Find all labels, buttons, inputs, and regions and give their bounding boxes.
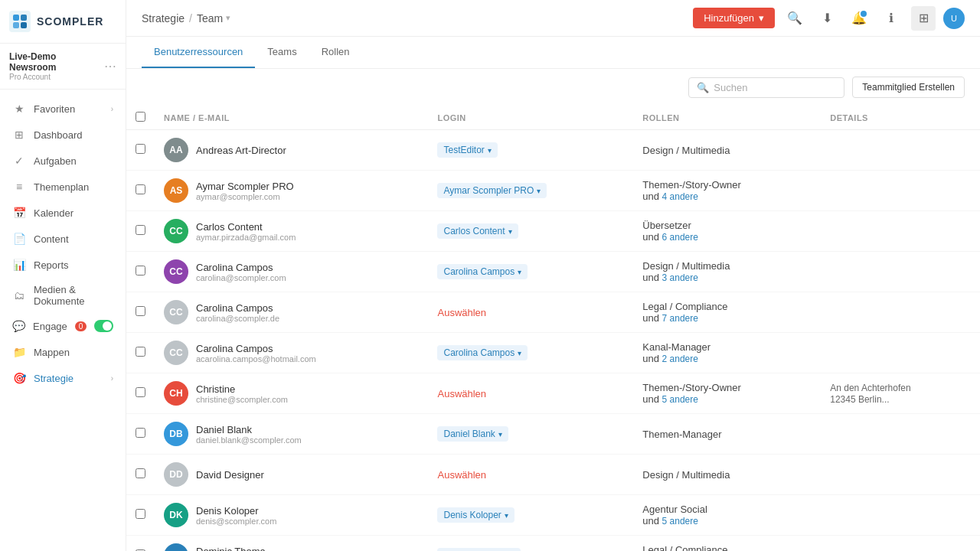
breadcrumb-parent[interactable]: Strategie: [142, 12, 185, 24]
role-extra-link-2[interactable]: 6 andere: [662, 232, 698, 243]
nav-label-aufgaben: Aufgaben: [34, 155, 113, 167]
login-dropdown-arrow: ▾: [518, 268, 521, 276]
row-checkbox-0[interactable]: [136, 144, 145, 154]
role-extra-link-1[interactable]: 4 andere: [662, 191, 698, 202]
table-row: CC Carolina Campos acarolina.campos@hotm…: [126, 333, 980, 373]
nav-icon-engage: 💬: [12, 319, 25, 333]
role-extra-prefix-9: und: [642, 515, 662, 527]
user-name-cell: CC Carolina Campos carolina@scompler.de: [164, 300, 419, 324]
tab-rollen[interactable]: Rollen: [309, 37, 362, 68]
sidebar-item-favoriten[interactable]: ★ Favoriten›: [0, 96, 126, 122]
sidebar-item-content[interactable]: 📄 Content: [0, 226, 126, 252]
sidebar-item-mappen[interactable]: 📁 Mappen: [0, 339, 126, 365]
role-extra-prefix-5: und: [642, 353, 662, 364]
role-primary-7: Themen-Manager: [642, 429, 812, 440]
user-email-3: carolina@scompler.com: [196, 273, 286, 282]
role-primary-5: Kanal-Manager: [642, 341, 812, 353]
user-name-cell: DT Dominic Thoma dominic@scompler.com: [164, 543, 419, 551]
row-checkbox-8[interactable]: [136, 468, 145, 478]
select-login-4[interactable]: Auswählen: [437, 307, 486, 318]
user-name-5: Carolina Campos: [196, 343, 316, 354]
download-icon-button[interactable]: ⬇: [815, 6, 839, 31]
login-badge-0[interactable]: TestEditor ▾: [437, 142, 497, 158]
row-checkbox-2[interactable]: [136, 225, 145, 235]
select-all-checkbox[interactable]: [136, 112, 145, 122]
search-box: 🔍: [688, 77, 844, 98]
tab-benutzerressourcen[interactable]: Benutzerressourcen: [142, 37, 255, 68]
search-input[interactable]: [714, 82, 836, 93]
login-badge-10[interactable]: Dominic Thoma ▾: [437, 548, 521, 551]
search-icon-button[interactable]: 🔍: [782, 6, 807, 31]
nav-icon-reports: 📊: [12, 258, 26, 272]
row-checkbox-5[interactable]: [136, 347, 145, 357]
sidebar-item-strategie[interactable]: 🎯 Strategie›: [0, 365, 126, 391]
sidebar-item-engage[interactable]: 💬 Engage0: [0, 313, 126, 339]
breadcrumb-separator: /: [189, 12, 192, 24]
user-avatar[interactable]: U: [943, 8, 965, 29]
header-checkbox-cell: [126, 106, 155, 130]
nav-icon-aufgaben: ✓: [12, 154, 26, 168]
login-badge-3[interactable]: Carolina Campos ▾: [437, 264, 528, 279]
sidebar-item-medien-dokumente[interactable]: 🗂 Medien & Dokumente: [0, 278, 126, 313]
nav-label-reports: Reports: [34, 259, 113, 271]
sidebar-logo: SCOMPLER: [0, 0, 126, 44]
role-primary-8: Design / Multimedia: [642, 469, 812, 481]
sidebar-nav: ★ Favoriten›⊞ Dashboard✓ Aufgaben≡ Theme…: [0, 90, 126, 551]
sidebar-item-aufgaben[interactable]: ✓ Aufgaben: [0, 148, 126, 174]
details-text-6: An den Achterhofen12345 Berlin...: [830, 383, 910, 405]
login-dropdown-arrow: ▾: [488, 146, 492, 155]
login-badge-7[interactable]: Daniel Blank ▾: [437, 426, 508, 442]
sidebar-item-themenplan[interactable]: ≡ Themenplan: [0, 174, 126, 200]
header-actions: Hinzufügen ▾ 🔍 ⬇ 🔔 ℹ ⊞ U: [693, 6, 965, 31]
nav-icon-themenplan: ≡: [12, 180, 26, 194]
sidebar-item-kalender[interactable]: 📅 Kalender: [0, 200, 126, 226]
nav-chevron-favoriten: ›: [111, 105, 113, 113]
notification-bell[interactable]: 🔔: [847, 6, 871, 31]
user-avatar-8: DD: [164, 462, 188, 487]
table-row: DK Denis Koloper denis@scompler.com Deni…: [126, 495, 980, 536]
user-avatar-2: CC: [164, 219, 188, 243]
login-badge-1[interactable]: Aymar Scompler PRO ▾: [437, 183, 547, 198]
select-login-6[interactable]: Auswählen: [437, 388, 486, 399]
user-table-wrap: NAME / E-MAIL LOGIN ROLLEN DETAILS AA An…: [126, 106, 980, 551]
role-extra-link-4[interactable]: 7 andere: [662, 313, 698, 324]
add-button[interactable]: Hinzufügen ▾: [693, 8, 775, 28]
row-checkbox-3[interactable]: [136, 266, 145, 276]
role-extra-link-5[interactable]: 2 andere: [662, 354, 698, 364]
info-icon-button[interactable]: ℹ: [879, 6, 903, 31]
role-extra-prefix-2: und: [642, 231, 662, 243]
account-menu-button[interactable]: ⋯: [104, 59, 116, 73]
user-email-6: christine@scompler.com: [196, 395, 288, 404]
nav-toggle-engage[interactable]: [94, 320, 113, 332]
login-badge-5[interactable]: Carolina Campos ▾: [437, 345, 528, 360]
role-primary-3: Design / Multimedia: [642, 260, 812, 272]
breadcrumb-current[interactable]: Team ▾: [197, 12, 230, 24]
breadcrumb-chevron: ▾: [226, 13, 230, 23]
create-member-button[interactable]: Teammitglied Erstellen: [852, 77, 965, 98]
user-table: NAME / E-MAIL LOGIN ROLLEN DETAILS AA An…: [126, 106, 980, 551]
table-row: CC Carolina Campos carolina@scompler.de …: [126, 292, 980, 333]
role-extra-link-6[interactable]: 5 andere: [662, 394, 698, 405]
page-header: Strategie / Team ▾ Hinzufügen ▾ 🔍 ⬇ 🔔 ℹ …: [126, 0, 980, 37]
main-content: Strategie / Team ▾ Hinzufügen ▾ 🔍 ⬇ 🔔 ℹ …: [126, 0, 980, 551]
select-login-8[interactable]: Auswählen: [437, 469, 486, 481]
account-sub: Pro Account: [9, 73, 104, 81]
user-name-10: Dominic Thoma: [196, 546, 286, 552]
tab-teams[interactable]: Teams: [255, 37, 309, 68]
row-checkbox-7[interactable]: [136, 428, 145, 438]
user-avatar-1: AS: [164, 178, 188, 203]
login-badge-2[interactable]: Carlos Content ▾: [437, 223, 518, 239]
user-name-8: David Designer: [196, 469, 264, 481]
row-checkbox-4[interactable]: [136, 306, 145, 316]
role-primary-1: Themen-/Story-Owner: [642, 179, 812, 191]
nav-label-kalender: Kalender: [34, 207, 113, 219]
row-checkbox-1[interactable]: [136, 184, 145, 194]
login-badge-9[interactable]: Denis Koloper ▾: [437, 507, 514, 523]
role-extra-link-9[interactable]: 5 andere: [662, 516, 698, 527]
role-extra-link-3[interactable]: 3 andere: [662, 272, 698, 283]
grid-icon-button[interactable]: ⊞: [911, 6, 936, 31]
row-checkbox-9[interactable]: [136, 509, 145, 519]
row-checkbox-6[interactable]: [136, 387, 145, 397]
sidebar-item-reports[interactable]: 📊 Reports: [0, 252, 126, 278]
sidebar-item-dashboard[interactable]: ⊞ Dashboard: [0, 122, 126, 148]
